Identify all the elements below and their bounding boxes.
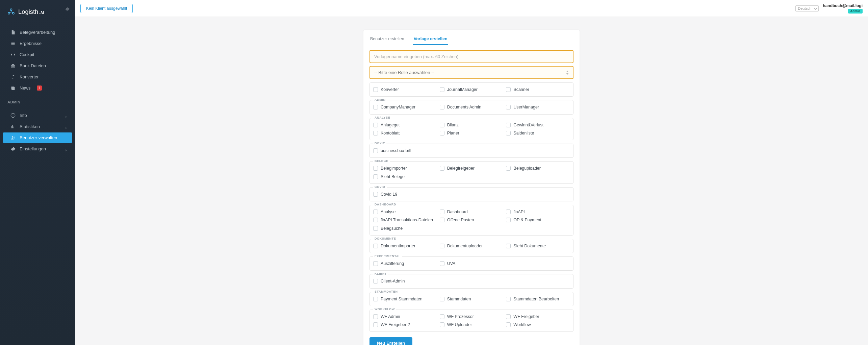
permission-checkbox[interactable]: Analyse <box>373 208 437 215</box>
sidebar-item-einstellungen[interactable]: Einstellungen <box>3 144 72 154</box>
checkbox-icon[interactable] <box>373 226 378 231</box>
permission-checkbox[interactable]: JournalManager <box>440 86 504 93</box>
checkbox-icon[interactable] <box>506 218 511 222</box>
permission-checkbox[interactable]: CompanyManager <box>373 104 437 110</box>
checkbox-icon[interactable] <box>373 244 378 248</box>
permission-checkbox[interactable]: Gewinn&Verlust <box>506 122 570 128</box>
permission-checkbox[interactable]: Auszifferung <box>373 260 437 267</box>
checkbox-icon[interactable] <box>440 244 444 248</box>
checkbox-icon[interactable] <box>440 166 444 171</box>
checkbox-icon[interactable] <box>373 105 378 109</box>
user-block[interactable]: handbuch@mail.logi Admin <box>823 3 863 14</box>
checkbox-icon[interactable] <box>440 314 444 319</box>
permission-checkbox[interactable]: Client-Admin <box>373 278 437 285</box>
permission-checkbox[interactable]: Covid 19 <box>373 191 437 198</box>
checkbox-icon[interactable] <box>440 87 444 92</box>
permission-checkbox[interactable]: Dashboard <box>440 208 504 215</box>
permission-checkbox[interactable]: Dokumentimporter <box>373 243 437 249</box>
permission-checkbox[interactable]: Belegimporter <box>373 165 437 172</box>
permission-checkbox[interactable]: WF Freigeber <box>506 313 570 320</box>
permission-checkbox[interactable]: businessbox-bill <box>373 147 437 154</box>
checkbox-icon[interactable] <box>440 218 444 222</box>
permission-checkbox[interactable]: Bilanz <box>440 122 504 128</box>
checkbox-icon[interactable] <box>373 210 378 214</box>
checkbox-icon[interactable] <box>506 166 511 171</box>
checkbox-icon[interactable] <box>373 87 378 92</box>
sidebar-settings-icon[interactable] <box>65 6 70 13</box>
language-select[interactable]: Deutsch <box>795 5 819 11</box>
sidebar-item-news[interactable]: News1 <box>3 83 72 93</box>
permission-checkbox[interactable]: Stammdaten Bearbeiten <box>506 296 570 302</box>
tab-benutzer[interactable]: Benutzer erstellen <box>369 33 405 45</box>
permission-checkbox[interactable]: UVA <box>440 260 504 267</box>
permission-checkbox[interactable]: finAPI <box>506 208 570 215</box>
permission-checkbox[interactable]: Sieht Dokumente <box>506 243 570 249</box>
permission-checkbox[interactable]: Saldenliste <box>506 130 570 137</box>
checkbox-icon[interactable] <box>506 314 511 319</box>
checkbox-icon[interactable] <box>440 322 444 327</box>
permission-checkbox[interactable]: Kontoblatt <box>373 130 437 137</box>
permission-checkbox[interactable]: WF Uploader <box>440 321 504 328</box>
sidebar-item-bank[interactable]: Bank Dateien <box>3 60 72 71</box>
permission-checkbox[interactable]: Belegsuche <box>373 225 437 232</box>
checkbox-icon[interactable] <box>373 261 378 266</box>
tab-vorlage[interactable]: Vorlage erstellen <box>413 33 448 45</box>
checkbox-icon[interactable] <box>506 131 511 135</box>
permission-checkbox[interactable]: finAPI Transaktions-Dateien <box>373 217 437 223</box>
permission-checkbox[interactable]: Beleguploader <box>506 165 570 172</box>
sidebar-item-ergebnisse[interactable]: Ergebnisse <box>3 38 72 49</box>
checkbox-icon[interactable] <box>373 314 378 319</box>
sidebar-item-info[interactable]: Info <box>3 110 72 121</box>
sidebar-item-konverter[interactable]: Konverter <box>3 72 72 82</box>
checkbox-icon[interactable] <box>373 322 378 327</box>
permission-checkbox[interactable]: UserManager <box>506 104 570 110</box>
permission-checkbox[interactable]: WF Freigeber 2 <box>373 321 437 328</box>
permission-checkbox[interactable]: Stammdaten <box>440 296 504 302</box>
permission-checkbox[interactable]: WF Admin <box>373 313 437 320</box>
permission-checkbox[interactable]: WF Prozessor <box>440 313 504 320</box>
checkbox-icon[interactable] <box>440 131 444 135</box>
role-select[interactable]: -- Bitte eine Rolle auswählen -- <box>369 66 573 79</box>
checkbox-icon[interactable] <box>506 87 511 92</box>
permission-checkbox[interactable]: Payment Stammdaten <box>373 296 437 302</box>
permission-checkbox[interactable]: Dokumentuploader <box>440 243 504 249</box>
permission-checkbox[interactable]: Offene Posten <box>440 217 504 223</box>
checkbox-icon[interactable] <box>373 218 378 222</box>
checkbox-icon[interactable] <box>373 174 378 179</box>
checkbox-icon[interactable] <box>373 123 378 127</box>
permission-checkbox[interactable]: Documents Admin <box>440 104 504 110</box>
permission-checkbox[interactable]: Anlagegut <box>373 122 437 128</box>
checkbox-icon[interactable] <box>506 105 511 109</box>
checkbox-icon[interactable] <box>373 166 378 171</box>
checkbox-icon[interactable] <box>373 148 378 153</box>
checkbox-icon[interactable] <box>373 192 378 197</box>
checkbox-icon[interactable] <box>373 131 378 135</box>
brand[interactable]: Logisth .AI <box>0 0 75 24</box>
permission-checkbox[interactable]: Konverter <box>373 86 437 93</box>
checkbox-icon[interactable] <box>440 123 444 127</box>
checkbox-icon[interactable] <box>506 322 511 327</box>
checkbox-icon[interactable] <box>373 297 378 301</box>
permission-checkbox[interactable]: OP & Payment <box>506 217 570 223</box>
template-name-input[interactable] <box>370 51 573 63</box>
sidebar-item-benutzer[interactable]: Benutzer verwalten <box>3 132 72 143</box>
sidebar-item-cockpit[interactable]: Cockpit <box>3 49 72 60</box>
checkbox-icon[interactable] <box>506 123 511 127</box>
checkbox-icon[interactable] <box>373 279 378 284</box>
sidebar-item-belegverarbeitung[interactable]: Belegverarbeitung <box>3 27 72 38</box>
create-button[interactable]: Neu Erstellen <box>369 337 412 345</box>
permission-checkbox[interactable]: Workflow <box>506 321 570 328</box>
checkbox-icon[interactable] <box>440 210 444 214</box>
checkbox-icon[interactable] <box>506 210 511 214</box>
checkbox-icon[interactable] <box>506 244 511 248</box>
no-client-selected-button[interactable]: Kein Klient ausgewählt <box>80 4 133 13</box>
sidebar-item-statistiken[interactable]: Statistiken <box>3 121 72 132</box>
permission-checkbox[interactable]: Planer <box>440 130 504 137</box>
checkbox-icon[interactable] <box>506 297 511 301</box>
checkbox-icon[interactable] <box>440 297 444 301</box>
permission-checkbox[interactable]: Belegfreigeber <box>440 165 504 172</box>
permission-checkbox[interactable]: Scanner <box>506 86 570 93</box>
permission-checkbox[interactable]: Sieht Belege <box>373 173 437 180</box>
checkbox-icon[interactable] <box>440 105 444 109</box>
checkbox-icon[interactable] <box>440 261 444 266</box>
